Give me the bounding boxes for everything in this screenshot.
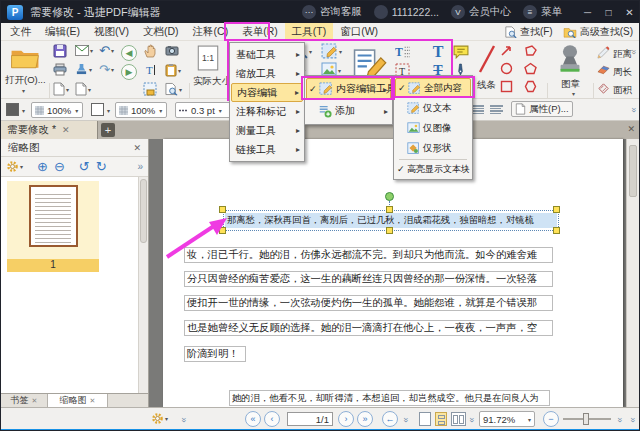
stamp-tool-button[interactable]: ▾	[75, 63, 92, 75]
square-shape-button[interactable]	[500, 80, 513, 93]
arrow-shape-button[interactable]	[500, 44, 513, 57]
menu-item-image-only[interactable]: 仅图像	[395, 118, 471, 138]
polygon-shape-button[interactable]	[524, 44, 537, 57]
area-tool-button[interactable]	[597, 82, 610, 95]
statusbar-overflow-icon[interactable]: »	[628, 417, 638, 422]
fill-color-swatch[interactable]	[91, 103, 104, 116]
menu-item-content-edit[interactable]: 内容编辑▸	[231, 83, 303, 102]
undo-button[interactable]: ↶▾	[99, 44, 114, 57]
snapshot-button[interactable]	[143, 82, 157, 96]
menu-view[interactable]: 视图(V)	[87, 23, 136, 41]
maximize-button[interactable]: □	[601, 7, 616, 18]
bookmarks-tab[interactable]: 书签✕	[1, 394, 48, 407]
align-justify-button[interactable]	[489, 103, 504, 116]
rotate-right-button[interactable]: ↻	[96, 160, 107, 173]
text-block[interactable]: 她的泪，他看不见，却听得清，本想追回，却岂然成空。他只是在问良人为	[229, 390, 550, 406]
tab-close-icon[interactable]: ✕	[90, 397, 96, 405]
menu-item-content-edit-tool[interactable]: ✓内容编辑工具▸	[306, 78, 391, 100]
zoom-slider-thumb[interactable]	[583, 413, 589, 425]
text-block[interactable]: 阶滴到明！	[184, 346, 246, 362]
distance-tool-button[interactable]	[597, 46, 610, 59]
document-scrollbar[interactable]	[626, 139, 639, 407]
select-text-button[interactable]	[143, 63, 157, 77]
open-dropdown-icon[interactable]: ▾	[22, 87, 25, 94]
menu-item-link-tools[interactable]: 链接工具▸	[231, 140, 303, 159]
print-button[interactable]	[53, 63, 67, 76]
new-doc-button[interactable]: ▾	[75, 82, 91, 96]
zoom-more-icon[interactable]: »	[615, 417, 625, 422]
statusbar-more-icon[interactable]: »	[179, 417, 189, 422]
fill-color-dropdown-icon[interactable]: ▾	[107, 107, 110, 114]
menu-item-text-only[interactable]: 仅文本	[395, 98, 471, 118]
camera-button[interactable]	[165, 45, 179, 56]
zoom-out-button[interactable]: −	[543, 411, 559, 427]
fill-opacity-combo[interactable]: 100%▾	[115, 102, 167, 118]
minimize-button[interactable]: ─	[580, 7, 595, 18]
zoom-level-combo[interactable]: 91.72%▾	[479, 411, 535, 427]
handle-bottom-left[interactable]	[219, 227, 226, 234]
content-edit-tool-button[interactable]: ▾	[321, 43, 342, 60]
first-page-button[interactable]: «	[245, 411, 261, 427]
redo-button[interactable]: ↷▾	[99, 63, 114, 76]
menu-window[interactable]: 窗口(W)	[333, 23, 385, 41]
clipboard-button[interactable]: ▾	[165, 63, 181, 77]
menu-item-annotate[interactable]: 注释和标记▸	[231, 102, 303, 121]
export-doc-button[interactable]: ▾	[53, 82, 69, 96]
toolbar-overflow-icon[interactable]: »	[629, 49, 639, 54]
statusbar-options-button[interactable]: ▾	[151, 412, 168, 425]
member-center-button[interactable]: V会员中心	[451, 5, 511, 19]
view-more-icon[interactable]: »	[467, 417, 477, 422]
thumbnail-cell-selected[interactable]	[7, 181, 99, 259]
thumbnail-scrollbar[interactable]	[138, 177, 148, 393]
stamp-dropdown-icon[interactable]: ▾	[572, 90, 575, 97]
menu-comment[interactable]: 注释(C)	[186, 23, 236, 41]
page-thumbnail[interactable]	[29, 185, 78, 247]
rotate-left-button[interactable]: ↺	[79, 160, 90, 173]
panel-options-button[interactable]: ▾	[6, 160, 23, 173]
close-button[interactable]: ✕	[622, 7, 637, 18]
continuous-view-button[interactable]	[435, 412, 447, 426]
menu-item-basic-tools[interactable]: 基础工具▸	[231, 45, 303, 64]
page-number-input[interactable]	[287, 412, 333, 426]
actual-size-button[interactable]	[197, 45, 219, 71]
perimeter-tool-button[interactable]	[597, 64, 610, 76]
menu-item-zoom-tools[interactable]: 缩放工具▸	[231, 64, 303, 83]
menu-item-all-content[interactable]: ✓全部内容	[395, 78, 471, 98]
text-block[interactable]: 妆，泪已千行。她的泪，仿佛永远都流不完。到却只为他而流。如今的难舍难	[184, 247, 553, 263]
thumbnails-tab[interactable]: 缩略图✕	[48, 394, 108, 407]
tab-close-icon[interactable]: ✕	[32, 397, 38, 405]
properties-button[interactable]: 属性(P)...	[511, 101, 573, 117]
handle-top-middle[interactable]	[386, 206, 393, 213]
email-button[interactable]: ▾	[75, 45, 93, 56]
document-tab[interactable]: 需要修改 * ✕	[1, 121, 98, 139]
line-tool-button[interactable]	[478, 44, 496, 74]
last-page-button[interactable]: »	[357, 411, 373, 427]
hexagon-shape-button[interactable]	[524, 80, 537, 93]
previous-view-button[interactable]: ◀	[121, 45, 137, 61]
stroke-color-swatch[interactable]	[6, 103, 19, 116]
hand-tool-button[interactable]	[143, 44, 157, 58]
stroke-opacity-combo[interactable]: 100%▾	[31, 102, 83, 118]
tabbar-close-icon[interactable]: ✕	[627, 124, 635, 134]
open-button[interactable]	[7, 45, 43, 71]
advanced-find-button[interactable]: 高级查找(S)	[563, 25, 633, 39]
next-view-button[interactable]: ▶	[121, 64, 137, 80]
account-button[interactable]: 1111222...	[374, 5, 439, 19]
menu-document[interactable]: 文档(D)	[136, 23, 186, 41]
rotation-handle[interactable]	[385, 192, 394, 201]
handle-top-right[interactable]	[553, 206, 560, 213]
thumb-zoom-in-button[interactable]: ⊕	[37, 160, 48, 173]
search-doc-button[interactable]: ▾	[165, 82, 182, 96]
comment-bubble-button[interactable]	[453, 45, 469, 59]
menu-file[interactable]: 文件	[3, 23, 38, 41]
app-menu-button[interactable]: ≡菜单	[523, 5, 562, 19]
text-block[interactable]: 分只因曾经的痴苦爱恋，这一生的藕断丝连只因曾经的那一份深情。一次轻落	[184, 271, 553, 287]
panel-close-icon[interactable]: ✕	[133, 143, 141, 153]
two-page-view-button[interactable]	[451, 412, 466, 426]
handle-top-left[interactable]	[219, 206, 226, 213]
nav-more-icon[interactable]: »	[401, 417, 411, 422]
single-page-view-button[interactable]	[419, 412, 431, 426]
support-button[interactable]: ⋯咨询客服	[302, 5, 362, 19]
circle-shape-button[interactable]	[500, 62, 513, 75]
menu-item-measure-tools[interactable]: 测量工具▸	[231, 121, 303, 140]
